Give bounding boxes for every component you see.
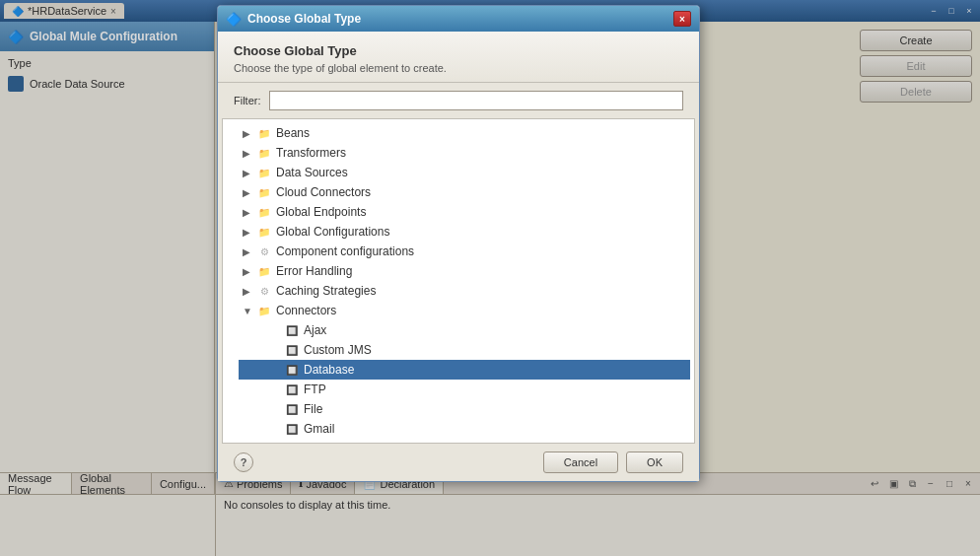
- custom-jms-label: Custom JMS: [304, 343, 372, 357]
- beans-label: Beans: [276, 126, 310, 140]
- http-polling-label: HTTP Polling: [304, 442, 373, 443]
- tree-item-ftp[interactable]: 🔲 FTP: [239, 380, 690, 399]
- gmail-icon: 🔲: [284, 421, 300, 437]
- ok-button[interactable]: OK: [626, 452, 683, 473]
- tree-item-data-sources[interactable]: ▶ 📁 Data Sources: [239, 163, 690, 182]
- tree-item-transformers[interactable]: ▶ 📁 Transformers: [239, 143, 690, 163]
- modal-overlay: 🔷 Choose Global Type × Choose Global Typ…: [0, 0, 980, 556]
- data-sources-folder-icon: 📁: [256, 165, 272, 180]
- transformers-folder-icon: 📁: [256, 145, 272, 161]
- tree-item-global-endpoints[interactable]: ▶ 📁 Global Endpoints: [239, 202, 690, 222]
- data-sources-label: Data Sources: [276, 166, 348, 179]
- global-config-folder-icon: 📁: [256, 224, 272, 240]
- cloud-connectors-label: Cloud Connectors: [276, 185, 371, 199]
- database-icon: 🔲: [284, 362, 300, 378]
- tree-item-http-polling[interactable]: 🔲 HTTP Polling: [239, 439, 690, 443]
- expand-beans-icon: ▶: [243, 128, 256, 139]
- global-endpoints-folder-icon: 📁: [256, 204, 272, 220]
- transformers-label: Transformers: [276, 146, 346, 160]
- global-configurations-label: Global Configurations: [276, 225, 389, 239]
- expand-error-handling-icon: ▶: [243, 266, 256, 277]
- tree-item-custom-jms[interactable]: 🔲 Custom JMS: [239, 340, 690, 360]
- modal-title-text: Choose Global Type: [247, 12, 361, 26]
- error-handling-folder-icon: 📁: [256, 263, 272, 279]
- tree-container[interactable]: ▶ 📁 Beans ▶ 📁 Transformers ▶ 📁 Data Sour…: [239, 119, 690, 443]
- modal-title-icon: 🔷: [226, 12, 242, 27]
- expand-global-endpoints-icon: ▶: [243, 207, 256, 218]
- tree-item-global-configurations[interactable]: ▶ 📁 Global Configurations: [239, 222, 690, 242]
- http-polling-icon: 🔲: [284, 441, 300, 443]
- filter-label: Filter:: [234, 95, 261, 106]
- global-endpoints-label: Global Endpoints: [276, 205, 366, 219]
- caching-strategies-label: Caching Strategies: [276, 284, 376, 298]
- tree-item-caching[interactable]: ▶ ⚙ Caching Strategies: [239, 281, 690, 301]
- tree-item-database[interactable]: 🔲 Database: [239, 360, 690, 380]
- ajax-label: Ajax: [304, 323, 326, 337]
- ajax-icon: 🔲: [284, 322, 300, 338]
- ftp-icon: 🔲: [284, 382, 300, 397]
- expand-caching-icon: ▶: [243, 286, 256, 297]
- tree-item-beans[interactable]: ▶ 📁 Beans: [239, 123, 690, 143]
- modal-filter-row: Filter:: [218, 83, 699, 118]
- gmail-label: Gmail: [304, 422, 334, 436]
- tree-item-error-handling[interactable]: ▶ 📁 Error Handling: [239, 261, 690, 281]
- tree-item-cloud-connectors[interactable]: ▶ 📁 Cloud Connectors: [239, 182, 690, 202]
- component-configurations-label: Component configurations: [276, 244, 414, 258]
- tree-item-component-config[interactable]: ▶ ⚙ Component configurations: [239, 242, 690, 261]
- beans-folder-icon: 📁: [256, 125, 272, 141]
- help-button[interactable]: ?: [234, 452, 253, 472]
- expand-component-config-icon: ▶: [243, 246, 256, 257]
- component-config-icon: ⚙: [256, 243, 272, 259]
- tree-item-gmail[interactable]: 🔲 Gmail: [239, 419, 690, 439]
- modal-description: Choose the type of global element to cre…: [234, 62, 683, 74]
- filter-input[interactable]: [269, 91, 684, 110]
- modal-heading: Choose Global Type: [234, 43, 683, 58]
- caching-icon: ⚙: [256, 283, 272, 299]
- main-window: 🔷 *HRDataService × − □ × 🔷 Global Mule C…: [0, 0, 980, 556]
- tree-item-ajax[interactable]: 🔲 Ajax: [239, 320, 690, 340]
- file-icon: 🔲: [284, 401, 300, 417]
- modal-footer: ? Cancel OK: [218, 444, 699, 481]
- modal-header: Choose Global Type Choose the type of gl…: [218, 32, 699, 83]
- file-label: File: [304, 402, 322, 416]
- expand-connectors-icon: ▼: [243, 306, 256, 316]
- error-handling-label: Error Handling: [276, 264, 352, 278]
- custom-jms-icon: 🔲: [284, 342, 300, 358]
- expand-global-config-icon: ▶: [243, 227, 256, 238]
- modal-close-button[interactable]: ×: [673, 11, 691, 27]
- modal-title-bar: 🔷 Choose Global Type ×: [218, 6, 699, 32]
- database-label: Database: [304, 363, 354, 377]
- expand-data-sources-icon: ▶: [243, 168, 256, 178]
- tree-item-file[interactable]: 🔲 File: [239, 399, 690, 419]
- ftp-label: FTP: [304, 382, 326, 396]
- modal-dialog: 🔷 Choose Global Type × Choose Global Typ…: [217, 5, 700, 482]
- cloud-connectors-folder-icon: 📁: [256, 184, 272, 200]
- modal-body: ▶ 📁 Beans ▶ 📁 Transformers ▶ 📁 Data Sour…: [222, 118, 695, 444]
- expand-transformers-icon: ▶: [243, 148, 256, 159]
- connectors-folder-icon: 📁: [256, 303, 272, 318]
- connectors-label: Connectors: [276, 304, 336, 317]
- cancel-button[interactable]: Cancel: [543, 452, 618, 473]
- tree-item-connectors[interactable]: ▼ 📁 Connectors: [239, 301, 690, 320]
- expand-cloud-connectors-icon: ▶: [243, 187, 256, 198]
